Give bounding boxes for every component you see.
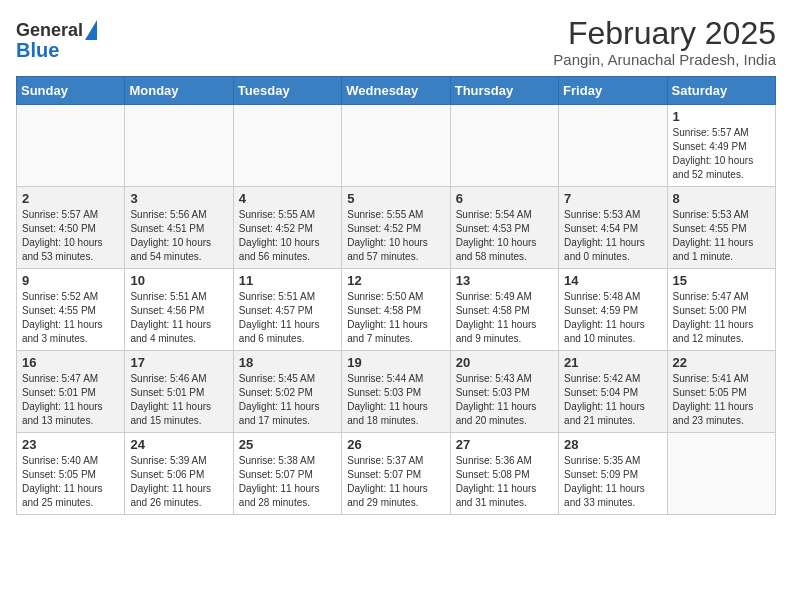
day-number: 25 (239, 437, 336, 452)
day-number: 7 (564, 191, 661, 206)
calendar-cell: 16Sunrise: 5:47 AM Sunset: 5:01 PM Dayli… (17, 351, 125, 433)
day-info: Sunrise: 5:42 AM Sunset: 5:04 PM Dayligh… (564, 372, 661, 428)
calendar-cell: 21Sunrise: 5:42 AM Sunset: 5:04 PM Dayli… (559, 351, 667, 433)
day-number: 9 (22, 273, 119, 288)
calendar-cell: 20Sunrise: 5:43 AM Sunset: 5:03 PM Dayli… (450, 351, 558, 433)
calendar-cell: 7Sunrise: 5:53 AM Sunset: 4:54 PM Daylig… (559, 187, 667, 269)
day-number: 3 (130, 191, 227, 206)
day-number: 16 (22, 355, 119, 370)
calendar-cell: 4Sunrise: 5:55 AM Sunset: 4:52 PM Daylig… (233, 187, 341, 269)
weekday-header-tuesday: Tuesday (233, 77, 341, 105)
day-info: Sunrise: 5:53 AM Sunset: 4:55 PM Dayligh… (673, 208, 770, 264)
day-number: 6 (456, 191, 553, 206)
calendar-cell (450, 105, 558, 187)
week-row-4: 16Sunrise: 5:47 AM Sunset: 5:01 PM Dayli… (17, 351, 776, 433)
weekday-header-friday: Friday (559, 77, 667, 105)
day-number: 20 (456, 355, 553, 370)
day-info: Sunrise: 5:50 AM Sunset: 4:58 PM Dayligh… (347, 290, 444, 346)
calendar-cell: 8Sunrise: 5:53 AM Sunset: 4:55 PM Daylig… (667, 187, 775, 269)
calendar-cell: 23Sunrise: 5:40 AM Sunset: 5:05 PM Dayli… (17, 433, 125, 515)
calendar-subtitle: Pangin, Arunachal Pradesh, India (553, 51, 776, 68)
day-info: Sunrise: 5:48 AM Sunset: 4:59 PM Dayligh… (564, 290, 661, 346)
day-number: 13 (456, 273, 553, 288)
day-number: 23 (22, 437, 119, 452)
day-info: Sunrise: 5:47 AM Sunset: 5:00 PM Dayligh… (673, 290, 770, 346)
calendar-cell: 12Sunrise: 5:50 AM Sunset: 4:58 PM Dayli… (342, 269, 450, 351)
day-info: Sunrise: 5:37 AM Sunset: 5:07 PM Dayligh… (347, 454, 444, 510)
calendar-cell (667, 433, 775, 515)
day-info: Sunrise: 5:47 AM Sunset: 5:01 PM Dayligh… (22, 372, 119, 428)
calendar-cell: 28Sunrise: 5:35 AM Sunset: 5:09 PM Dayli… (559, 433, 667, 515)
calendar-cell (342, 105, 450, 187)
calendar-cell: 22Sunrise: 5:41 AM Sunset: 5:05 PM Dayli… (667, 351, 775, 433)
day-number: 12 (347, 273, 444, 288)
calendar-cell: 1Sunrise: 5:57 AM Sunset: 4:49 PM Daylig… (667, 105, 775, 187)
calendar-cell: 5Sunrise: 5:55 AM Sunset: 4:52 PM Daylig… (342, 187, 450, 269)
day-number: 22 (673, 355, 770, 370)
weekday-header-monday: Monday (125, 77, 233, 105)
day-info: Sunrise: 5:52 AM Sunset: 4:55 PM Dayligh… (22, 290, 119, 346)
day-number: 19 (347, 355, 444, 370)
logo-general: General (16, 21, 83, 39)
day-info: Sunrise: 5:54 AM Sunset: 4:53 PM Dayligh… (456, 208, 553, 264)
day-number: 2 (22, 191, 119, 206)
day-number: 1 (673, 109, 770, 124)
day-number: 14 (564, 273, 661, 288)
title-block: February 2025 Pangin, Arunachal Pradesh,… (553, 16, 776, 68)
week-row-1: 1Sunrise: 5:57 AM Sunset: 4:49 PM Daylig… (17, 105, 776, 187)
weekday-header-sunday: Sunday (17, 77, 125, 105)
calendar-cell: 24Sunrise: 5:39 AM Sunset: 5:06 PM Dayli… (125, 433, 233, 515)
logo: General Blue (16, 20, 97, 60)
calendar-cell (559, 105, 667, 187)
calendar-cell: 14Sunrise: 5:48 AM Sunset: 4:59 PM Dayli… (559, 269, 667, 351)
calendar-cell: 11Sunrise: 5:51 AM Sunset: 4:57 PM Dayli… (233, 269, 341, 351)
week-row-2: 2Sunrise: 5:57 AM Sunset: 4:50 PM Daylig… (17, 187, 776, 269)
day-number: 10 (130, 273, 227, 288)
day-info: Sunrise: 5:35 AM Sunset: 5:09 PM Dayligh… (564, 454, 661, 510)
weekday-header-row: SundayMondayTuesdayWednesdayThursdayFrid… (17, 77, 776, 105)
calendar-cell: 10Sunrise: 5:51 AM Sunset: 4:56 PM Dayli… (125, 269, 233, 351)
day-info: Sunrise: 5:56 AM Sunset: 4:51 PM Dayligh… (130, 208, 227, 264)
day-info: Sunrise: 5:51 AM Sunset: 4:56 PM Dayligh… (130, 290, 227, 346)
day-info: Sunrise: 5:44 AM Sunset: 5:03 PM Dayligh… (347, 372, 444, 428)
day-number: 17 (130, 355, 227, 370)
day-number: 4 (239, 191, 336, 206)
day-info: Sunrise: 5:43 AM Sunset: 5:03 PM Dayligh… (456, 372, 553, 428)
day-info: Sunrise: 5:45 AM Sunset: 5:02 PM Dayligh… (239, 372, 336, 428)
calendar-cell (125, 105, 233, 187)
day-number: 11 (239, 273, 336, 288)
calendar-cell: 26Sunrise: 5:37 AM Sunset: 5:07 PM Dayli… (342, 433, 450, 515)
calendar-title: February 2025 (553, 16, 776, 51)
day-info: Sunrise: 5:41 AM Sunset: 5:05 PM Dayligh… (673, 372, 770, 428)
day-number: 15 (673, 273, 770, 288)
day-info: Sunrise: 5:40 AM Sunset: 5:05 PM Dayligh… (22, 454, 119, 510)
week-row-3: 9Sunrise: 5:52 AM Sunset: 4:55 PM Daylig… (17, 269, 776, 351)
day-number: 18 (239, 355, 336, 370)
day-number: 24 (130, 437, 227, 452)
calendar-cell: 18Sunrise: 5:45 AM Sunset: 5:02 PM Dayli… (233, 351, 341, 433)
calendar-cell: 15Sunrise: 5:47 AM Sunset: 5:00 PM Dayli… (667, 269, 775, 351)
calendar-cell: 25Sunrise: 5:38 AM Sunset: 5:07 PM Dayli… (233, 433, 341, 515)
day-number: 21 (564, 355, 661, 370)
day-number: 27 (456, 437, 553, 452)
day-info: Sunrise: 5:55 AM Sunset: 4:52 PM Dayligh… (347, 208, 444, 264)
day-number: 8 (673, 191, 770, 206)
day-info: Sunrise: 5:36 AM Sunset: 5:08 PM Dayligh… (456, 454, 553, 510)
day-info: Sunrise: 5:55 AM Sunset: 4:52 PM Dayligh… (239, 208, 336, 264)
calendar-cell: 9Sunrise: 5:52 AM Sunset: 4:55 PM Daylig… (17, 269, 125, 351)
calendar-cell: 17Sunrise: 5:46 AM Sunset: 5:01 PM Dayli… (125, 351, 233, 433)
day-info: Sunrise: 5:57 AM Sunset: 4:50 PM Dayligh… (22, 208, 119, 264)
page-header: General Blue February 2025 Pangin, Aruna… (16, 16, 776, 68)
calendar-cell: 3Sunrise: 5:56 AM Sunset: 4:51 PM Daylig… (125, 187, 233, 269)
day-info: Sunrise: 5:51 AM Sunset: 4:57 PM Dayligh… (239, 290, 336, 346)
day-info: Sunrise: 5:57 AM Sunset: 4:49 PM Dayligh… (673, 126, 770, 182)
calendar-cell: 13Sunrise: 5:49 AM Sunset: 4:58 PM Dayli… (450, 269, 558, 351)
day-info: Sunrise: 5:38 AM Sunset: 5:07 PM Dayligh… (239, 454, 336, 510)
calendar-cell: 19Sunrise: 5:44 AM Sunset: 5:03 PM Dayli… (342, 351, 450, 433)
logo-triangle-icon (85, 20, 97, 40)
weekday-header-wednesday: Wednesday (342, 77, 450, 105)
calendar-cell: 27Sunrise: 5:36 AM Sunset: 5:08 PM Dayli… (450, 433, 558, 515)
calendar-cell: 6Sunrise: 5:54 AM Sunset: 4:53 PM Daylig… (450, 187, 558, 269)
calendar-cell (17, 105, 125, 187)
day-number: 28 (564, 437, 661, 452)
